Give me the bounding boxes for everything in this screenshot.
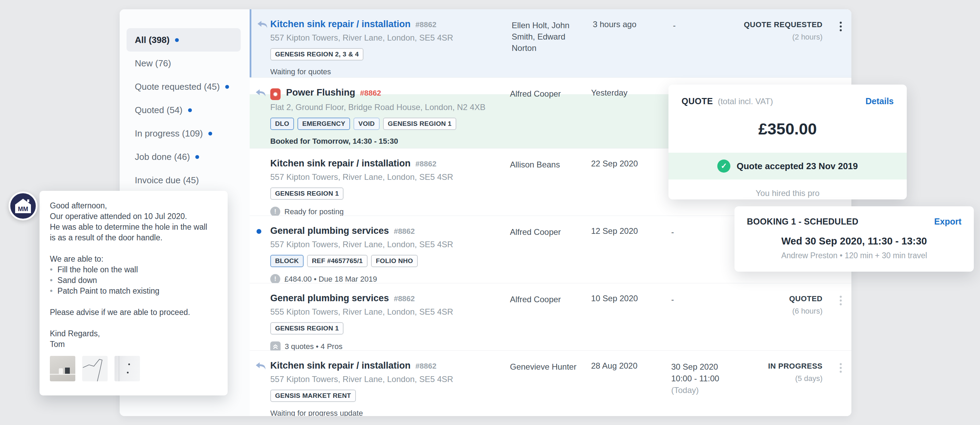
message-text: Kind Regards, [50,328,215,339]
booking-panel: BOOKING 1 - SCHEDULED Export Wed 30 Sep … [735,206,974,272]
info-icon: ! [270,207,280,216]
attachment-thumbnails [50,356,215,381]
job-status: IN PROGRESS (5 days) [768,362,822,383]
status-duration: (2 hours) [744,33,822,41]
job-title[interactable]: Kitchen sink repair / installation [270,158,410,169]
contact-names: Genevieve Hunter [510,361,584,372]
job-schedule: - [671,294,674,306]
quote-panel-title: QUOTE [681,96,713,106]
sidebar-item-in-progress[interactable]: In progress (109) [120,122,250,145]
quote-accepted-text: Quote accepted 23 Nov 2019 [737,161,858,172]
message-text: Please advise if we are able to proceed. [50,307,215,318]
job-title[interactable]: General plumbing services [270,226,389,236]
check-icon: ✓ [717,159,730,173]
job-status: QUOTE REQUESTED (2 hours) [744,20,822,41]
details-link[interactable]: Details [865,96,894,106]
sidebar-item-label: Invoice due (45) [135,175,199,186]
avatar-initials: MM [18,205,28,212]
quote-accepted-banner: ✓ Quote accepted 23 Nov 2019 [668,153,907,180]
schedule-note: (Today) [671,384,719,396]
job-date: 10 Sep 2020 [591,294,638,303]
sidebar-item-label: Quoted (54) [135,105,183,116]
job-date: 28 Aug 2020 [591,361,638,371]
job-status-line: Booked for Tomorrow, 14:30 - 15:30 [270,137,398,146]
job-address: 555 Kipton Towers, River Lane, London, S… [270,307,508,317]
unread-dot-icon [195,155,199,159]
contact-names: Allison Beans [510,159,584,170]
message-text: We are able to: [50,254,215,264]
job-address: Flat 2, Ground Floor, Bridge Road House,… [270,102,508,112]
quote-amount: £350.00 [668,119,907,138]
sidebar-item-label: Job done (46) [135,152,190,162]
job-summary: Kitchen sink repair / installation #8862… [270,148,508,216]
sidebar-item-new[interactable]: New (76) [120,52,250,75]
message-text: Our operative attended on 10 Jul 2020. [50,211,215,222]
job-ref: #8862 [415,362,436,371]
sidebar-item-all[interactable]: All (398) [127,28,241,52]
sidebar-item-job-done[interactable]: Job done (46) [120,145,250,169]
sidebar-item-quoted[interactable]: Quoted (54) [120,98,250,122]
job-tag: FOLIO NHO [371,255,418,267]
job-title[interactable]: Kitchen sink repair / installation [270,360,410,371]
status-badge: IN PROGRESS [768,362,822,371]
reply-arrow-icon [256,20,269,30]
job-tag: GENESIS REGION 1 [383,118,456,130]
job-tag: REF #4657765/1 [307,255,368,267]
message-text: He was able to determine the hole in the… [50,222,215,243]
sidebar-item-quote-requested[interactable]: Quote requested (45) [120,75,250,98]
sidebar-item-label: In progress (109) [135,128,203,139]
reply-arrow-icon [255,361,267,371]
sidebar-item-invoice-due[interactable]: Invoice due (45) [120,169,250,192]
job-status-line: £484.00 • Due 18 Mar 2019 [284,275,377,284]
bullet-icon: • [50,264,52,275]
booking-datetime: Wed 30 Sep 2020, 11:30 - 13:30 [735,236,974,247]
message-bullet: • Sand down [50,275,215,286]
sidebar-item-label: Quote requested (45) [135,81,220,92]
export-link[interactable]: Export [934,216,961,227]
job-summary: ✹ Power Flushing #8862 Flat 2, Ground Fl… [270,78,508,146]
kebab-menu-icon[interactable] [840,363,842,373]
table-row[interactable]: General plumbing services #8862 555 Kipt… [250,283,851,350]
table-row[interactable]: Kitchen sink repair / installation #8862… [250,9,851,77]
status-badge: QUOTED [789,294,822,303]
quote-panel: QUOTE (total incl. VAT) Details £350.00 … [668,84,907,199]
job-tag: DLO [270,118,294,130]
job-tag: BLOCK [270,255,304,267]
job-summary: General plumbing services #8862 555 Kipt… [270,283,508,352]
photo-thumbnail[interactable] [50,356,75,381]
job-address: 557 Kipton Towers, River Lane, London, S… [270,374,508,384]
booking-panel-title: BOOKING 1 - SCHEDULED [747,216,858,227]
job-summary: General plumbing services #8862 557 Kipt… [270,216,508,284]
job-date: 22 Sep 2020 [591,159,638,169]
job-title[interactable]: Kitchen sink repair / installation [270,19,410,30]
message-popup: Good afternoon, Our operative attended o… [40,191,228,395]
job-status-line: Ready for posting [284,207,344,216]
job-title[interactable]: Power Flushing [286,88,355,98]
kebab-menu-icon[interactable] [840,296,842,306]
job-tag: GENSIS MARKET RENT [270,390,356,402]
emergency-icon: ✹ [270,88,281,100]
job-tag: EMERGENCY [298,118,350,130]
job-tag: VOID [353,118,380,130]
job-title[interactable]: General plumbing services [270,293,389,304]
message-text: Tom [50,339,215,350]
message-bullet: • Fill the hole on the wall [50,264,215,275]
photo-thumbnail[interactable] [115,356,140,381]
kebab-menu-icon[interactable] [840,22,842,31]
contact-names: Alfred Cooper [510,88,584,99]
table-row[interactable]: Kitchen sink repair / installation #8862… [250,350,851,416]
message-text: Good afternoon, [50,201,215,211]
hired-pro-text: You hired this pro [668,188,907,198]
status-duration: (6 hours) [789,307,822,316]
sidebar-item-label: New (76) [135,58,171,69]
bullet-text: Patch Paint to match existing [57,286,159,296]
quote-panel-subtitle: (total incl. VAT) [718,97,773,106]
job-date: Yesterday [591,88,628,98]
page: { "colors": { "accent_blue": "#1a6bc5", … [0,0,980,425]
photo-thumbnail[interactable] [82,356,108,381]
spacer [50,296,215,307]
house-icon: MM [14,198,32,214]
spacer [50,243,215,254]
bullet-icon: • [50,275,52,286]
bullet-text: Fill the hole on the wall [57,264,138,275]
